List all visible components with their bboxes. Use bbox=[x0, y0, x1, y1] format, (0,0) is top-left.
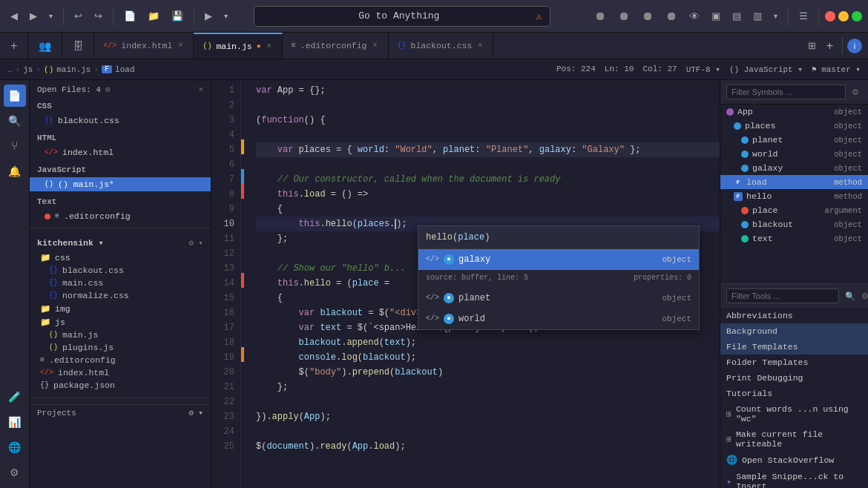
tool-item-sample-snippet[interactable]: ✦ Sample Snippe...ck to Insert bbox=[720, 469, 868, 488]
sym-item-hello[interactable]: F hello method bbox=[720, 189, 868, 203]
win-min-button[interactable] bbox=[838, 11, 849, 22]
open-files-close[interactable]: × bbox=[198, 85, 203, 94]
flask-icon-btn[interactable]: 🧪 bbox=[4, 386, 26, 408]
new-file-button[interactable]: 📄 bbox=[119, 7, 140, 24]
autocomplete-popup[interactable]: hello(place) </> ● galaxy object source:… bbox=[418, 225, 700, 330]
tab-editorconfig[interactable]: ≡ .editorconfig × bbox=[283, 33, 389, 59]
view-more-button[interactable]: ▾ bbox=[769, 9, 782, 23]
file-item-editorconfig[interactable]: ≡ .editorconfig bbox=[30, 209, 211, 223]
proj-file-main-js[interactable]: () main.js bbox=[30, 329, 211, 341]
tool-item-abbreviations[interactable]: Abbreviations bbox=[720, 308, 868, 323]
record-btn-3[interactable]: ⏺ bbox=[637, 7, 658, 26]
tool-item-folder-templates[interactable]: Folder Templates bbox=[720, 355, 868, 370]
view-split-button[interactable]: ▤ bbox=[728, 7, 746, 24]
proj-file-main-css[interactable]: {} main.css bbox=[30, 277, 211, 289]
database-button[interactable]: 🗄 bbox=[68, 37, 88, 55]
goto-search-bar[interactable]: ⚠ bbox=[254, 6, 550, 27]
file-item-index-html[interactable]: </> index.html bbox=[30, 145, 211, 159]
sym-item-planet[interactable]: planet object bbox=[720, 133, 868, 147]
open-folder-button[interactable]: 📁 bbox=[143, 7, 164, 24]
tool-item-count-words[interactable]: ⊞ Count words ...n using "wc" bbox=[720, 401, 868, 426]
tab-close-editorconfig[interactable]: × bbox=[371, 42, 378, 50]
sym-item-world[interactable]: world object bbox=[720, 147, 868, 161]
record-btn-2[interactable]: ⏺ bbox=[614, 7, 634, 26]
sym-item-text[interactable]: text object bbox=[720, 231, 868, 245]
tab-panel-button[interactable]: ⊞ bbox=[803, 37, 821, 54]
projects-gear[interactable]: ⚙ ▾ bbox=[188, 408, 203, 418]
redo-button[interactable]: ↪ bbox=[90, 7, 107, 24]
chart-icon-btn[interactable]: 📊 bbox=[4, 411, 26, 433]
open-files-gear[interactable]: ⚙ bbox=[105, 85, 111, 94]
tool-item-make-writeable[interactable]: ⊞ Make current file writeable bbox=[720, 426, 868, 452]
proj-folder-js[interactable]: 📁 js bbox=[30, 315, 211, 329]
tool-item-stackoverflow[interactable]: 🌐 Open StackOverflow bbox=[720, 452, 868, 469]
sym-item-galaxy[interactable]: galaxy object bbox=[720, 161, 868, 175]
contacts-button[interactable]: 👥 bbox=[34, 37, 56, 55]
view-single-button[interactable]: ▣ bbox=[707, 7, 725, 24]
bc-sep-1: › bbox=[16, 65, 21, 74]
tab-close-blackout-css[interactable]: × bbox=[476, 42, 484, 50]
save-button[interactable]: 💾 bbox=[167, 7, 188, 24]
hamburger-button[interactable]: ☰ bbox=[795, 7, 812, 24]
goto-input[interactable] bbox=[262, 10, 536, 22]
code-area[interactable]: 1 2 3 4 5 6 7 8 9 10 11 12 13 14 15 16 1… bbox=[211, 80, 720, 488]
tools-filter-input[interactable] bbox=[726, 288, 839, 303]
tool-item-file-templates[interactable]: File Templates bbox=[720, 339, 868, 355]
tab-main-js[interactable]: () main.js ● × bbox=[194, 33, 282, 59]
git-icon-btn[interactable]: ⑂ bbox=[4, 135, 26, 157]
ac-item-galaxy[interactable]: </> ● galaxy object bbox=[418, 249, 699, 270]
info-button[interactable]: i bbox=[847, 39, 862, 53]
proj-file-index-html[interactable]: </> index.html bbox=[30, 366, 211, 379]
eye-button[interactable]: 👁 bbox=[685, 7, 704, 25]
play-button[interactable]: ▶ bbox=[200, 7, 217, 24]
proj-file-normalize-css[interactable]: {} normalize.css bbox=[30, 289, 211, 302]
tool-item-print-debugging[interactable]: Print Debugging bbox=[720, 370, 868, 386]
sym-item-place[interactable]: place argument bbox=[720, 203, 868, 217]
tab-close-main-js[interactable]: × bbox=[266, 42, 273, 50]
file-item-main-js[interactable]: () () main.js* bbox=[30, 177, 211, 191]
search-icon-btn[interactable]: 🔍 bbox=[4, 110, 26, 132]
history-button[interactable]: ▾ bbox=[45, 9, 57, 23]
tab-index-html[interactable]: </> index.html × bbox=[94, 33, 194, 59]
record-btn-4[interactable]: ⏺ bbox=[661, 7, 682, 26]
proj-folder-css[interactable]: 📁 css bbox=[30, 251, 211, 264]
project-gear[interactable]: ⚙ ▾ bbox=[188, 238, 203, 248]
ac-item-world[interactable]: </> ● world object bbox=[418, 309, 699, 329]
back-button[interactable]: ◀ bbox=[6, 7, 22, 24]
proj-folder-img[interactable]: 📁 img bbox=[30, 302, 211, 315]
sym-item-load[interactable]: F load method bbox=[720, 175, 868, 189]
ln-11: 11 bbox=[211, 231, 240, 246]
proj-file-blackout-css[interactable]: {} blackout.css bbox=[30, 264, 211, 277]
sym-item-app[interactable]: App object bbox=[720, 105, 868, 119]
symbols-filter-input[interactable] bbox=[726, 85, 846, 99]
record-btn-1[interactable]: ⏺ bbox=[590, 7, 611, 26]
win-max-button[interactable] bbox=[852, 11, 862, 22]
open-files-label: Open Files: 4 bbox=[37, 85, 101, 94]
tools-gear-button[interactable]: ⚙ bbox=[858, 290, 868, 303]
undo-button[interactable]: ↩ bbox=[70, 7, 87, 24]
sym-item-places[interactable]: places object bbox=[720, 119, 868, 133]
ac-item-planet[interactable]: </> ● planet object bbox=[418, 288, 699, 309]
symbols-gear-button[interactable]: ⚙ bbox=[849, 86, 862, 99]
add-tab-left-button[interactable]: + bbox=[6, 36, 22, 56]
sym-name-hello: F hello bbox=[734, 191, 772, 201]
more-button[interactable]: ▾ bbox=[220, 9, 232, 23]
forward-button[interactable]: ▶ bbox=[25, 7, 42, 24]
code-content[interactable]: var App = {}; (function() { var places =… bbox=[247, 80, 720, 488]
new-tab-button[interactable]: + bbox=[822, 36, 838, 56]
proj-file-editorconfig[interactable]: ≡ .editorconfig bbox=[30, 354, 211, 366]
globe-icon-btn[interactable]: 🌐 bbox=[4, 436, 26, 458]
files-icon-btn[interactable]: 📄 bbox=[4, 85, 26, 107]
settings-icon-btn[interactable]: ⚙ bbox=[4, 461, 26, 484]
proj-file-plugins-js[interactable]: () plugins.js bbox=[30, 341, 211, 354]
tool-item-tutorials[interactable]: Tutorials bbox=[720, 386, 868, 401]
sym-item-blackout[interactable]: blackout object bbox=[720, 217, 868, 231]
tab-blackout-css[interactable]: {} blackout.css × bbox=[389, 33, 494, 59]
win-close-button[interactable] bbox=[825, 11, 835, 22]
tool-item-background[interactable]: Background bbox=[720, 323, 868, 339]
notifications-icon-btn[interactable]: 🔔 bbox=[4, 160, 26, 182]
file-item-blackout-css[interactable]: {} blackout.css bbox=[30, 113, 211, 128]
proj-file-package-json[interactable]: {} package.json bbox=[30, 379, 211, 392]
view-triple-button[interactable]: ▥ bbox=[749, 7, 766, 24]
tab-close-index-html[interactable]: × bbox=[177, 42, 184, 50]
